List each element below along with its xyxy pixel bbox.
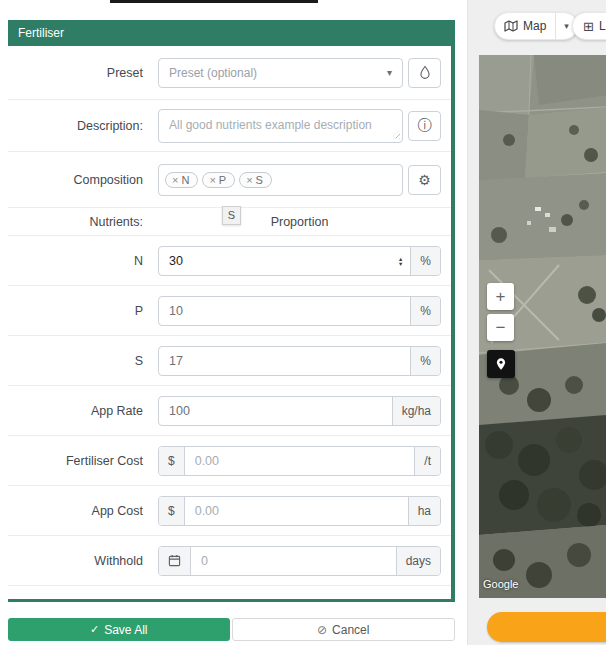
- map-button-label: Map: [523, 19, 546, 33]
- composition-tag-p[interactable]: × P: [202, 172, 235, 188]
- composition-input[interactable]: × N × P × S: [158, 164, 403, 196]
- droplet-icon: [419, 65, 431, 80]
- action-bar: ✓ Save All ⊘ Cancel: [8, 618, 455, 641]
- panel-title: Fertiliser: [18, 26, 64, 40]
- unit-suffix: %: [410, 347, 440, 375]
- phosphorus-input[interactable]: [159, 297, 410, 325]
- composition-settings-button[interactable]: ⚙: [408, 165, 441, 195]
- nitrogen-input[interactable]: [159, 247, 399, 275]
- map-attribution: Google: [483, 578, 518, 590]
- currency-prefix: $: [159, 497, 185, 525]
- tag-remove-icon[interactable]: ×: [172, 174, 178, 186]
- stepper-down-icon[interactable]: ▾: [399, 261, 402, 266]
- preset-label: Preset: [8, 66, 158, 80]
- map-type-button[interactable]: Map ▾: [494, 12, 578, 40]
- zoom-in-button[interactable]: +: [487, 283, 514, 310]
- tag-remove-icon[interactable]: ×: [209, 174, 215, 186]
- labels-toggle-button[interactable]: ⊞ L: [572, 12, 606, 40]
- fertiliser-cost-input[interactable]: [185, 447, 415, 475]
- calendar-icon: [168, 554, 181, 567]
- app-cost-row: App Cost $ ha: [8, 486, 455, 536]
- preset-placeholder: Preset (optional): [169, 66, 387, 80]
- composition-row: Composition × N × P × S: [8, 152, 455, 208]
- sulphur-input[interactable]: [159, 347, 410, 375]
- composition-dropdown-option[interactable]: S: [222, 206, 241, 225]
- description-label: Description:: [8, 119, 158, 133]
- app-cost-input[interactable]: [185, 497, 408, 525]
- zoom-out-button[interactable]: −: [487, 314, 514, 341]
- app-cost-label: App Cost: [8, 504, 158, 518]
- tag-label: P: [219, 174, 226, 186]
- scrollbar[interactable]: [451, 46, 455, 599]
- fertiliser-cost-label: Fertiliser Cost: [8, 454, 158, 468]
- panel-header: Fertiliser: [8, 20, 455, 46]
- unit-suffix: ha: [408, 497, 440, 525]
- check-icon: ✓: [90, 623, 99, 636]
- minus-icon: −: [496, 318, 506, 338]
- sulphur-label: S: [8, 354, 158, 368]
- number-stepper[interactable]: ▴ ▾: [399, 247, 410, 275]
- description-info-button[interactable]: ⓘ: [408, 111, 441, 141]
- unit-suffix: /t: [414, 447, 440, 475]
- nutrients-header: Nutrients:: [8, 215, 158, 229]
- tag-label: S: [256, 174, 263, 186]
- unit-suffix: %: [410, 247, 440, 275]
- nitrogen-label: N: [8, 254, 158, 268]
- phosphorus-row: P %: [8, 286, 455, 336]
- fertiliser-cost-row: Fertiliser Cost $ /t: [8, 436, 455, 486]
- unit-suffix: %: [410, 297, 440, 325]
- gear-icon: ⚙: [418, 172, 431, 188]
- composition-label: Composition: [8, 173, 158, 187]
- app-rate-label: App Rate: [8, 404, 158, 418]
- plus-icon: +: [496, 287, 506, 307]
- save-all-label: Save All: [104, 623, 147, 637]
- withhold-label: Withhold: [8, 554, 158, 568]
- map-panel: Map ▾ ⊞ L + − Google: [467, 0, 606, 645]
- cancel-label: Cancel: [332, 623, 369, 637]
- preset-row: Preset Preset (optional) ▾: [8, 46, 455, 100]
- chevron-down-icon: ▾: [564, 21, 569, 31]
- location-pin-icon: [494, 356, 508, 372]
- description-row: Description: ⓘ: [8, 100, 455, 152]
- chevron-down-icon: ▾: [387, 67, 392, 78]
- labels-button-label: L: [599, 19, 606, 33]
- cancel-button[interactable]: ⊘ Cancel: [232, 618, 456, 641]
- top-divider: [110, 0, 318, 3]
- withhold-input[interactable]: [191, 547, 396, 575]
- composition-tag-s[interactable]: × S: [239, 172, 272, 188]
- grid-icon: ⊞: [583, 19, 594, 34]
- sulphur-row: S %: [8, 336, 455, 386]
- currency-prefix: $: [159, 447, 185, 475]
- unit-suffix: days: [396, 547, 440, 575]
- unit-suffix: kg/ha: [392, 397, 440, 425]
- save-all-button[interactable]: ✓ Save All: [8, 618, 230, 641]
- cancel-icon: ⊘: [317, 623, 327, 637]
- composition-tag-n[interactable]: × N: [165, 172, 198, 188]
- info-icon: ⓘ: [418, 117, 432, 135]
- proportion-header: Proportion: [158, 215, 441, 229]
- app-rate-row: App Rate kg/ha: [8, 386, 455, 436]
- withhold-row: Withhold days: [8, 536, 455, 586]
- description-input[interactable]: [158, 109, 403, 143]
- app-rate-input[interactable]: [159, 397, 392, 425]
- preset-droplet-button[interactable]: [408, 58, 441, 88]
- nitrogen-row: N ▴ ▾ %: [8, 236, 455, 286]
- tag-label: N: [181, 174, 189, 186]
- preset-select[interactable]: Preset (optional) ▾: [158, 58, 403, 88]
- map-icon: [504, 20, 518, 32]
- location-pin-button[interactable]: [487, 350, 515, 378]
- primary-action-button[interactable]: [487, 612, 606, 642]
- phosphorus-label: P: [8, 304, 158, 318]
- fertiliser-panel: Fertiliser Preset Preset (optional) ▾ De…: [8, 20, 455, 602]
- calendar-prefix: [159, 547, 191, 575]
- fertiliser-form: Preset Preset (optional) ▾ Description:: [8, 46, 455, 602]
- tag-remove-icon[interactable]: ×: [246, 174, 252, 186]
